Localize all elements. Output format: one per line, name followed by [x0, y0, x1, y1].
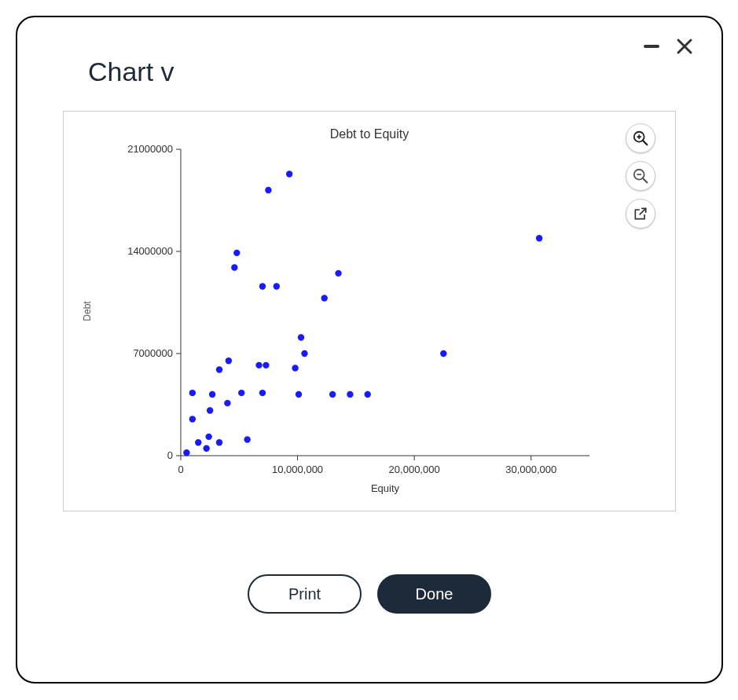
dialog-title: Chart v [88, 57, 682, 87]
svg-point-30 [189, 416, 196, 422]
svg-point-61 [440, 350, 446, 357]
svg-text:14000000: 14000000 [127, 245, 173, 257]
svg-point-44 [244, 436, 250, 442]
svg-point-38 [216, 366, 222, 372]
print-button[interactable]: Print [248, 574, 362, 614]
svg-point-37 [216, 439, 222, 445]
svg-point-42 [233, 250, 240, 256]
minimize-icon [643, 38, 660, 55]
svg-point-55 [301, 350, 307, 357]
window-controls [641, 36, 695, 57]
svg-text:10,000,000: 10,000,000 [272, 464, 323, 475]
minimize-button[interactable] [641, 36, 662, 57]
svg-text:20,000,000: 20,000,000 [389, 464, 440, 475]
chart-dialog: Chart v [16, 16, 723, 684]
svg-point-45 [255, 362, 262, 368]
svg-point-53 [296, 391, 302, 398]
svg-point-52 [292, 365, 298, 371]
svg-text:21000000: 21000000 [127, 143, 173, 155]
x-axis-label: Equity [371, 482, 400, 494]
scatter-plot: 010,000,00020,000,00030,000,000070000001… [94, 141, 644, 503]
close-button[interactable] [674, 36, 695, 57]
svg-line-4 [643, 141, 648, 145]
svg-point-34 [205, 434, 211, 440]
svg-point-46 [259, 390, 266, 396]
svg-point-33 [203, 445, 209, 452]
chart-toolbar [626, 123, 655, 229]
zoom-in-button[interactable] [626, 123, 655, 153]
svg-point-41 [231, 264, 237, 270]
svg-point-59 [347, 391, 353, 398]
zoom-in-icon [632, 130, 649, 147]
svg-point-62 [536, 235, 542, 241]
svg-line-10 [640, 208, 646, 214]
svg-text:7000000: 7000000 [133, 347, 173, 359]
svg-point-51 [286, 170, 292, 177]
svg-point-60 [365, 391, 371, 398]
svg-point-29 [183, 449, 189, 456]
y-axis-label: Debt [82, 301, 93, 321]
svg-point-49 [265, 187, 271, 193]
open-external-icon [633, 206, 648, 222]
svg-point-56 [321, 295, 328, 301]
svg-point-47 [259, 283, 266, 289]
svg-point-40 [226, 357, 232, 364]
zoom-out-icon [632, 167, 649, 185]
svg-point-36 [209, 391, 215, 398]
open-external-button[interactable] [626, 199, 655, 229]
svg-point-35 [207, 407, 213, 413]
svg-point-39 [224, 400, 230, 406]
svg-point-54 [298, 334, 304, 340]
chart-area: Debt to Equity Debt 010,000,00020,000,00… [63, 111, 676, 511]
svg-point-58 [335, 270, 341, 277]
footer-buttons: Print Done [57, 574, 682, 614]
svg-text:0: 0 [178, 464, 183, 475]
close-icon [675, 37, 694, 56]
done-button[interactable]: Done [377, 574, 491, 614]
chart-title: Debt to Equity [64, 112, 675, 141]
zoom-out-button[interactable] [626, 161, 655, 191]
svg-point-50 [274, 283, 280, 289]
svg-point-48 [263, 362, 269, 368]
svg-point-57 [329, 391, 336, 398]
svg-point-32 [195, 439, 201, 445]
svg-text:30,000,000: 30,000,000 [505, 464, 556, 475]
svg-point-31 [189, 390, 196, 396]
svg-point-43 [238, 390, 244, 396]
svg-line-8 [643, 178, 648, 183]
svg-text:0: 0 [167, 449, 173, 461]
